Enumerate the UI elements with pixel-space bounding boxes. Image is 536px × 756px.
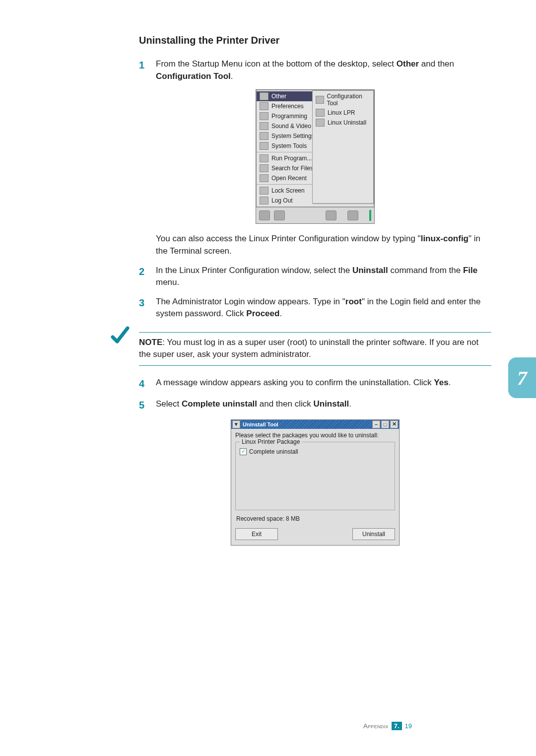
t: You can also access the Linux Printer Co… xyxy=(156,234,421,243)
checkbox-icon: ✓ xyxy=(240,448,247,455)
step-5-text: Select Complete uninstall and then click… xyxy=(156,398,491,412)
t: and then xyxy=(419,59,454,69)
folder-icon xyxy=(260,174,268,182)
recovered-space: Recovered space: 8 MB xyxy=(235,513,395,527)
t: The Administrator Login window appears. … xyxy=(156,297,345,306)
t: Log Out xyxy=(271,197,293,204)
submenu: Configuration Tool Linux LPR Linux Unins… xyxy=(312,90,374,204)
t: . xyxy=(349,399,351,409)
t: System Settings xyxy=(271,133,315,139)
t: menu. xyxy=(156,277,179,287)
minimize-icon: – xyxy=(372,420,380,428)
t: From the Startup Menu icon at the bottom… xyxy=(156,59,397,69)
t: command from the xyxy=(388,266,463,275)
step-2-text: In the Linux Printer Configuration windo… xyxy=(156,265,491,289)
app-icon xyxy=(316,109,325,117)
step-5: 5 Select Complete uninstall and then cli… xyxy=(139,398,491,412)
step-1-text: From the Startup Menu icon at the bottom… xyxy=(156,58,491,82)
folder-icon xyxy=(260,92,268,100)
t: Proceed xyxy=(246,309,279,318)
step-5-number: 5 xyxy=(139,398,156,412)
step-1-continued: You can also access the Linux Printer Co… xyxy=(139,233,491,257)
t: Run Program... xyxy=(271,155,312,162)
printer-icon xyxy=(347,210,358,220)
page-footer: Appendix 7.19 xyxy=(363,722,412,730)
window-menu-icon: ▾ xyxy=(232,420,240,428)
footer-label: Appendix xyxy=(363,722,389,730)
submenu-linux-uninstall: Linux Uninstall xyxy=(313,118,373,128)
camera-icon xyxy=(326,210,336,220)
t: Uninstall xyxy=(313,399,349,409)
uninstall-button: Uninstall xyxy=(352,528,395,540)
note-label: NOTE xyxy=(139,338,162,347)
step-3-number: 3 xyxy=(139,296,156,320)
chapter-tab: 7 xyxy=(508,357,536,398)
t: Other xyxy=(271,93,286,100)
t: File xyxy=(463,266,477,275)
step-4: 4 A message window appears asking you to… xyxy=(139,377,491,391)
hat-icon xyxy=(259,210,270,220)
step-3-text: The Administrator Login window appears. … xyxy=(156,296,491,320)
t: . xyxy=(231,71,233,81)
t: Yes xyxy=(434,378,448,387)
t: Uninstall xyxy=(352,266,388,275)
complete-uninstall-checkbox: ✓ Complete uninstall xyxy=(240,448,391,455)
step-3: 3 The Administrator Login window appears… xyxy=(139,296,491,320)
t: Configuration Tool xyxy=(156,71,231,81)
instruction-text: Please select the packages you would lik… xyxy=(235,432,395,439)
app-icon xyxy=(316,119,325,127)
search-icon xyxy=(260,164,268,172)
section-title: Uninstalling the Printer Driver xyxy=(139,35,491,46)
checkmark-icon xyxy=(110,325,130,345)
step-4-number: 4 xyxy=(139,377,156,391)
run-icon xyxy=(260,154,268,162)
startup-menu-screenshot: Other▸ Preferences Programming Sound & V… xyxy=(256,89,375,224)
t: linux-config xyxy=(421,234,469,243)
t: In the Linux Printer Configuration windo… xyxy=(156,266,352,275)
t: Lock Screen xyxy=(271,187,305,194)
t: . xyxy=(449,378,451,387)
t: Search for Files... xyxy=(271,165,318,172)
media-icon xyxy=(260,122,268,130)
folder-icon xyxy=(260,102,268,110)
note-text: : You must log in as a super user (root)… xyxy=(139,338,478,359)
t: Linux Uninstall xyxy=(328,119,366,126)
step-2-number: 2 xyxy=(139,265,156,289)
taskbar xyxy=(256,207,374,223)
step-4-text: A message window appears asking you to c… xyxy=(156,377,491,391)
submenu-config-tool: Configuration Tool xyxy=(313,92,373,108)
footer-page: 19 xyxy=(405,722,412,730)
step-1-number: 1 xyxy=(139,58,156,82)
t: and then click xyxy=(257,399,313,409)
close-icon: ✕ xyxy=(390,420,398,428)
tools-icon xyxy=(260,142,268,150)
group-title: Linux Printer Package xyxy=(240,438,302,445)
footer-chapter: 7. xyxy=(392,722,402,730)
t: Linux LPR xyxy=(328,109,355,116)
gear-icon xyxy=(260,112,268,120)
t: Open Recent xyxy=(271,175,307,182)
t: A message window appears asking you to c… xyxy=(156,378,434,387)
t: Complete uninstall xyxy=(182,399,257,409)
t: System Tools xyxy=(271,142,307,149)
window-title: Uninstall Tool xyxy=(242,421,372,427)
t: Sound & Video xyxy=(271,123,311,130)
t: . xyxy=(398,722,400,730)
step-2: 2 In the Linux Printer Configuration win… xyxy=(139,265,491,289)
maximize-icon: □ xyxy=(381,420,389,428)
logout-icon xyxy=(260,197,268,205)
titlebar: ▾ Uninstall Tool – □ ✕ xyxy=(231,420,399,429)
t: Programming xyxy=(271,113,307,120)
app-icon xyxy=(316,96,324,104)
t: root xyxy=(345,297,362,306)
t: Configuration Tool xyxy=(327,93,371,107)
t: . xyxy=(279,309,282,318)
lock-icon xyxy=(260,187,268,195)
t: Other xyxy=(397,59,419,69)
note-block: NOTE: You must log in as a super user (r… xyxy=(139,332,491,366)
exit-button: Exit xyxy=(235,528,278,540)
package-group: Linux Printer Package ✓ Complete uninsta… xyxy=(235,442,395,510)
submenu-linux-lpr: Linux LPR xyxy=(313,108,373,118)
checkbox-label: Complete uninstall xyxy=(249,448,298,455)
tray-bar-icon xyxy=(369,210,371,221)
